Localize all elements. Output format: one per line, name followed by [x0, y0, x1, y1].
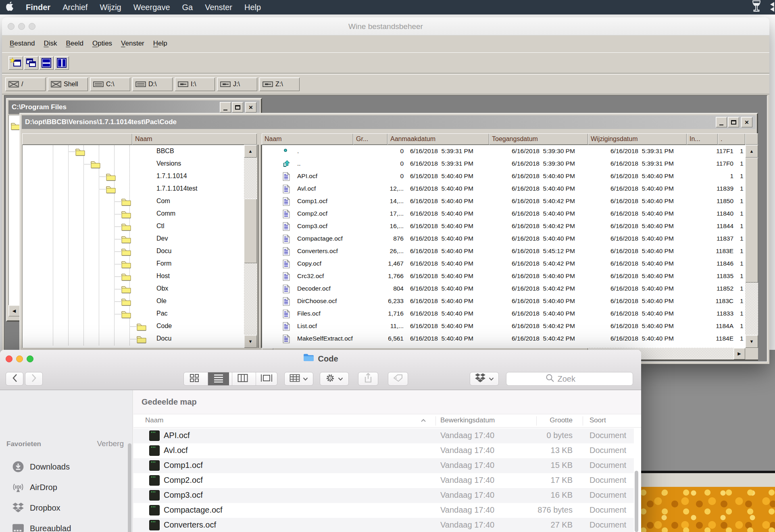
tree-item-com[interactable]: Com	[22, 195, 257, 208]
tree-item-comm[interactable]: Comm	[22, 208, 257, 220]
tree-item-versions[interactable]: Versions	[22, 158, 257, 170]
program-files-titlebar[interactable]: C:\Program Files ×	[8, 100, 260, 114]
new-window-button[interactable]	[8, 56, 23, 70]
file-row-decoderocf[interactable]: Decoder.ocf8046/16/2018 5:40:40 PM6/16/2…	[262, 283, 745, 295]
file-row-filesocf[interactable]: Files.ocf1,7166/16/2018 5:40:40 PM6/16/2…	[262, 308, 745, 320]
group-by-button[interactable]	[284, 372, 313, 386]
sidebar-item-dropbox[interactable]: Dropbox	[0, 500, 133, 516]
file-row-compactageocf[interactable]: Compactage.ocf8766/16/2018 5:40:40 PM6/1…	[262, 233, 745, 245]
list-header-1[interactable]: Gr...	[353, 133, 388, 145]
tree-item-bbcb[interactable]: BBCB	[22, 145, 257, 158]
close-icon[interactable]: ×	[245, 102, 256, 112]
scroll-right-icon[interactable]: ▶	[733, 348, 745, 360]
file-row-comp3ocf[interactable]: Comp3.ocf16,...6/16/2018 5:40:40 PM6/16/…	[262, 220, 745, 233]
sidebar-scrollbar[interactable]	[128, 443, 131, 532]
tree-header-blank[interactable]	[22, 133, 132, 145]
minimize-icon[interactable]	[716, 117, 727, 127]
file-row-copyocf[interactable]: Copy.ocf1,4676/16/2018 5:40:40 PM6/16/20…	[262, 258, 745, 270]
drive-button-d[interactable]: D:\	[132, 77, 173, 91]
file-row-comp2ocf[interactable]: Comp2.ocf17,...6/16/2018 5:40:40 PM6/16/…	[262, 208, 745, 220]
file-row-apiocf[interactable]: API.ocf06/16/2018 5:40:40 PM6/16/2018 5:…	[262, 170, 745, 183]
list-header-3[interactable]: Toegangsdatum	[489, 133, 588, 145]
list-header-0[interactable]: Naam	[262, 133, 353, 145]
file-row-crc32ocf[interactable]: Crc32.ocf1,7666/16/2018 5:40:40 PM6/16/2…	[262, 270, 745, 283]
menu-extra-icon[interactable]	[768, 1, 775, 14]
action-gear-button[interactable]	[320, 372, 349, 386]
menubar-item-weergave[interactable]: Weergave	[127, 3, 176, 12]
menubar-item-venster[interactable]: Venster	[199, 3, 238, 12]
tree-item-ctl[interactable]: Ctl	[22, 220, 257, 233]
file-row-convertersocf[interactable]: Converters.ocf26,...6/16/2018 5:40:40 PM…	[262, 245, 745, 258]
minimize-icon[interactable]	[220, 102, 231, 112]
file-row-avlocf[interactable]: Avl.ocf12,...6/16/2018 5:40:40 PM6/16/20…	[262, 183, 745, 195]
scroll-up-icon[interactable]: ▲	[745, 145, 758, 158]
tag-button[interactable]	[388, 372, 408, 386]
menubar-item-help[interactable]: Help	[238, 3, 267, 12]
file-row-[interactable]: .06/16/2018 5:39:31 PM6/16/2018 5:39:30 …	[262, 145, 745, 158]
menubar-item-ga[interactable]: Ga	[176, 3, 199, 12]
splitter[interactable]	[258, 145, 262, 348]
forward-button[interactable]	[25, 372, 43, 386]
tree-vscrollbar[interactable]: ▲ ▼	[244, 145, 257, 348]
file-row-comp1ocf[interactable]: Comp1.ocf14,...6/16/2018 5:40:40 PM6/16/…	[262, 195, 745, 208]
wine-menu-opties[interactable]: Opties	[88, 39, 117, 48]
drive-button-c[interactable]: C:\	[90, 77, 130, 91]
sidebar-item-bureaublad[interactable]: Bureaublad	[0, 520, 133, 532]
list-header-6[interactable]: .	[718, 133, 745, 145]
tree-item-1.7.1.1014[interactable]: 1.7.1.1014	[22, 170, 257, 183]
share-button[interactable]	[358, 372, 378, 386]
sidebar-hide-action[interactable]: Verberg	[97, 439, 124, 448]
finder-header-grootte[interactable]: Grootte	[492, 416, 573, 424]
file-row-[interactable]: ..06/16/2018 5:39:31 PM6/16/2018 5:39:30…	[262, 158, 745, 170]
drive-button-shell[interactable]: Shell	[48, 77, 88, 91]
finder-row-compactageocf[interactable]: Compactage.ocfVandaag 17:40876 bytesDocu…	[133, 503, 634, 518]
list-header-over-scrollbar[interactable]	[745, 133, 758, 145]
list-vscrollbar[interactable]: ▲ ▼	[745, 145, 758, 348]
finder-row-comp2ocf[interactable]: Comp2.ocfVandaag 17:4017 KBDocument	[133, 473, 634, 488]
back-button[interactable]	[6, 372, 23, 386]
close-icon[interactable]: ×	[741, 117, 752, 127]
scroll-up-icon[interactable]: ▲	[244, 145, 257, 158]
scroll-left-icon[interactable]: ◀	[8, 305, 20, 316]
list-header-4[interactable]: Wijzigingsdatum	[588, 133, 687, 145]
list-scroll-thumb[interactable]	[745, 158, 758, 283]
menubar-item-wijzig[interactable]: Wijzig	[94, 3, 127, 12]
wine-menu-help[interactable]: Help	[149, 39, 172, 48]
sidebar-item-airdrop[interactable]: AirDrop	[0, 479, 133, 495]
tree-item-docu[interactable]: Docu	[22, 333, 257, 345]
file-row-listocf[interactable]: List.ocf11,...6/16/2018 5:40:40 PM6/16/2…	[262, 320, 745, 333]
finder-row-convertersocf[interactable]: Converters.ocfVandaag 17:4027 KBDocument	[133, 518, 634, 532]
menubar-item-archief[interactable]: Archief	[56, 3, 94, 12]
tree-item-1.7.1.1014test[interactable]: 1.7.1.1014test	[22, 183, 257, 195]
tree-item-pac[interactable]: Pac	[22, 308, 257, 320]
column-view-button[interactable]	[232, 372, 253, 386]
scroll-down-icon[interactable]: ▼	[745, 335, 758, 348]
drive-button-i[interactable]: I:\	[175, 77, 215, 91]
file-row-dirchooseocf[interactable]: DirChoose.ocf6,2336/16/2018 5:40:40 PM6/…	[262, 295, 745, 308]
maximize-icon[interactable]	[728, 117, 739, 127]
tree-item-ole[interactable]: Ole	[22, 295, 257, 308]
search-input[interactable]	[558, 374, 594, 384]
finder-row-comp3ocf[interactable]: Comp3.ocfVandaag 17:4016 KBDocument	[133, 488, 634, 503]
tree-item-docu[interactable]: Docu	[22, 245, 257, 258]
explorer-titlebar[interactable]: D:\opt\BBCB\Versions\1.7.1.1014test\Pac\…	[22, 115, 756, 129]
gallery-view-button[interactable]	[256, 372, 277, 386]
search-field[interactable]	[506, 372, 633, 386]
tree-item-code[interactable]: Code	[22, 320, 257, 333]
drive-button-z[interactable]: Z:\	[259, 77, 300, 91]
list-header-2[interactable]: Aanmaakdatum	[388, 133, 489, 145]
wine-menu-venster[interactable]: Venster	[117, 39, 149, 48]
tile-horizontal-button[interactable]	[39, 56, 54, 70]
scroll-down-icon[interactable]: ▼	[244, 335, 257, 348]
finder-row-apiocf[interactable]: API.ocfVandaag 17:400 bytesDocument	[133, 428, 634, 443]
explorer-window[interactable]: D:\opt\BBCB\Versions\1.7.1.1014test\Pac\…	[19, 113, 758, 361]
wine-menu-disk[interactable]: Disk	[39, 39, 61, 48]
maximize-icon[interactable]	[232, 102, 243, 112]
list-view-button[interactable]	[208, 372, 229, 386]
tree-header-naam[interactable]: Naam	[132, 133, 257, 145]
tree-item-dev[interactable]: Dev	[22, 233, 257, 245]
list-header-5[interactable]: In...	[687, 133, 718, 145]
wine-mac-titlebar[interactable]: Wine bestandsbeheer	[2, 17, 769, 35]
apple-menu[interactable]	[0, 2, 20, 13]
app-menu-finder[interactable]: Finder	[20, 3, 56, 12]
